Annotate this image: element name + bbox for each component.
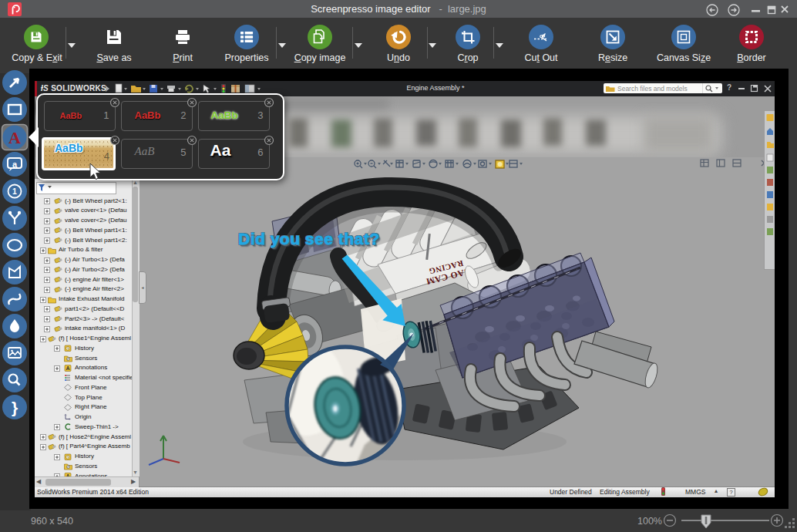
- svg-text:a: a: [12, 160, 18, 169]
- svg-text:1: 1: [12, 187, 17, 196]
- svg-text:A: A: [8, 128, 21, 147]
- svg-text:}: }: [12, 399, 18, 416]
